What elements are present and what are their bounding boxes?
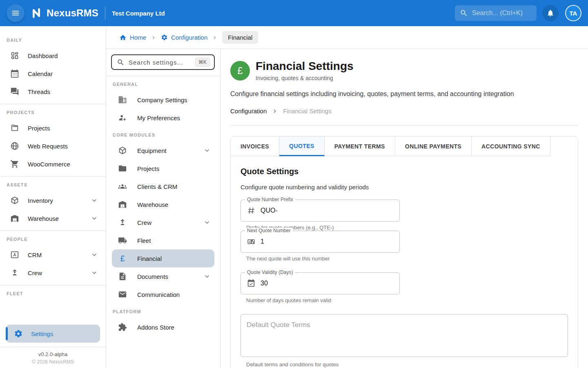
warehouse-icon	[10, 213, 20, 223]
calendar-icon	[10, 69, 20, 79]
tab-payment-terms[interactable]: PAYMENT TERMS	[325, 137, 395, 156]
chevron-right-icon	[150, 34, 157, 41]
quote-validity-field: Quote Validity (Days)	[241, 272, 400, 294]
sidebar-footer: v0.2.0-alpha © 2026 NexusRMS	[0, 347, 106, 368]
tab-bar: INVOICES QUOTES PAYMENT TERMS ONLINE PAY…	[231, 137, 578, 156]
brand[interactable]: NexusRMS	[30, 7, 98, 19]
bell-icon	[546, 9, 555, 17]
sidebar-item-dashboard[interactable]: Dashboard	[0, 47, 106, 65]
box-icon	[118, 146, 127, 155]
chevron-down-icon[interactable]	[203, 272, 211, 280]
settings-item-crew[interactable]: Crew	[112, 213, 214, 231]
sidebar-item-woocommerce[interactable]: WooCommerce	[0, 155, 106, 173]
settings-item-projects[interactable]: Projects	[112, 159, 214, 177]
page-breadcrumb-current: Financial Settings	[283, 108, 331, 114]
settings-item-communication[interactable]: Communication	[112, 285, 214, 303]
dashboard-icon	[10, 51, 20, 61]
groups-icon	[118, 182, 127, 191]
quote-prefix-label: Quote Number Prefix	[245, 197, 295, 202]
sidebar-item-inventory[interactable]: Inventory	[0, 191, 106, 209]
divider	[0, 176, 106, 177]
next-quote-number-label: Next Quote Number	[245, 228, 293, 233]
chevron-down-icon[interactable]	[89, 213, 99, 223]
main-content: £ Financial Settings Invoicing, quotes &…	[220, 49, 588, 368]
quote-validity-input[interactable]	[261, 280, 394, 287]
avatar[interactable]: TA	[565, 5, 581, 21]
divider	[230, 125, 578, 126]
section-title-people: PEOPLE	[7, 237, 99, 242]
tab-accounting-sync[interactable]: ACCOUNTING SYNC	[472, 137, 550, 156]
quote-validity-helper: Number of days quotes remain valid	[246, 297, 400, 303]
globe-icon	[10, 141, 20, 151]
sidebar-item-threads[interactable]: Threads	[0, 83, 106, 101]
quote-prefix-field: Quote Number Prefix	[241, 200, 400, 222]
sidebar-item-warehouse[interactable]: Warehouse	[0, 209, 106, 227]
sidebar-item-crm[interactable]: CRM	[0, 246, 106, 264]
next-quote-number-helper: The next quote will use this number	[246, 256, 400, 262]
sidebar-item-web-requests[interactable]: Web Requests	[0, 137, 106, 155]
chevron-right-icon	[212, 34, 218, 41]
sidebar-item-settings[interactable]: Settings	[6, 325, 100, 343]
notifications-button[interactable]	[542, 5, 559, 21]
settings-search[interactable]: ⌘K	[111, 54, 215, 70]
crew-icon	[118, 218, 127, 227]
settings-search-input[interactable]	[129, 59, 191, 66]
hash-icon	[247, 206, 256, 215]
tab-online-payments[interactable]: ONLINE PAYMENTS	[395, 137, 472, 156]
section-title-platform: PLATFORM	[113, 309, 214, 314]
mail-icon	[118, 289, 127, 299]
tab-invoices[interactable]: INVOICES	[231, 137, 279, 156]
divider	[0, 285, 106, 285]
tab-quotes[interactable]: QUOTES	[279, 137, 325, 156]
default-quote-terms-textarea[interactable]	[241, 314, 568, 357]
settings-item-equipment[interactable]: Equipment	[112, 141, 214, 159]
settings-item-clients-crm[interactable]: Clients & CRM	[112, 177, 214, 195]
default-quote-terms-helper: Default terms and conditions for quotes	[246, 361, 568, 368]
breadcrumb-configuration[interactable]: Configuration	[161, 34, 207, 41]
copyright: © 2026 NexusRMS	[0, 359, 106, 365]
breadcrumb-home[interactable]: Home	[119, 34, 146, 41]
settings-nav: ⌘K GENERAL Company Settings My Preferenc…	[106, 49, 220, 368]
app-sidebar: DAILY Dashboard Calendar Threads	[0, 26, 106, 368]
box-icon	[10, 195, 20, 205]
app-version: v0.2.0-alpha	[0, 351, 106, 357]
sidebar-item-projects[interactable]: Projects	[0, 119, 106, 137]
sidebar-item-calendar[interactable]: Calendar	[0, 65, 106, 83]
settings-item-fleet[interactable]: Fleet	[112, 231, 214, 249]
crew-icon	[10, 268, 20, 278]
settings-item-my-preferences[interactable]: My Preferences	[112, 109, 214, 127]
logo-n-icon	[30, 7, 42, 19]
settings-item-documents[interactable]: Documents	[112, 267, 214, 285]
page-breadcrumb-parent[interactable]: Configuration	[230, 108, 267, 114]
warehouse-icon	[118, 200, 127, 209]
sidebar-item-crew[interactable]: Crew	[0, 264, 106, 282]
search-icon	[117, 58, 125, 66]
truck-icon	[118, 236, 127, 245]
form-subheading: Configure quote numbering and validity p…	[241, 184, 568, 191]
chevron-down-icon[interactable]	[89, 250, 99, 260]
chevron-down-icon[interactable]	[89, 268, 99, 278]
chevron-down-icon[interactable]	[203, 146, 211, 155]
building-icon	[118, 95, 127, 105]
page-title: Financial Settings	[256, 60, 354, 73]
pound-icon: £	[230, 61, 250, 81]
brand-title: NexusRMS	[47, 7, 98, 19]
settings-item-company-settings[interactable]: Company Settings	[112, 91, 214, 109]
person-gear-icon	[118, 113, 127, 123]
global-search-input[interactable]	[472, 9, 529, 17]
next-quote-number-input[interactable]	[261, 238, 394, 245]
chevron-down-icon[interactable]	[89, 195, 99, 205]
section-title-fleet: FLEET	[7, 291, 99, 296]
global-search[interactable]	[455, 5, 537, 21]
settings-item-warehouse[interactable]: Warehouse	[112, 195, 214, 213]
folder-icon	[10, 123, 20, 133]
settings-item-financial[interactable]: £ Financial	[112, 249, 214, 267]
menu-button[interactable]	[7, 4, 24, 22]
page-description: Configure financial settings including i…	[230, 90, 578, 98]
chevron-down-icon[interactable]	[203, 218, 211, 227]
company-name: Test Company Ltd	[112, 10, 165, 17]
quote-prefix-input[interactable]	[261, 207, 394, 214]
home-icon	[119, 34, 127, 41]
settings-item-addons-store[interactable]: Addons Store	[112, 318, 214, 336]
settings-card: INVOICES QUOTES PAYMENT TERMS ONLINE PAY…	[230, 136, 578, 368]
